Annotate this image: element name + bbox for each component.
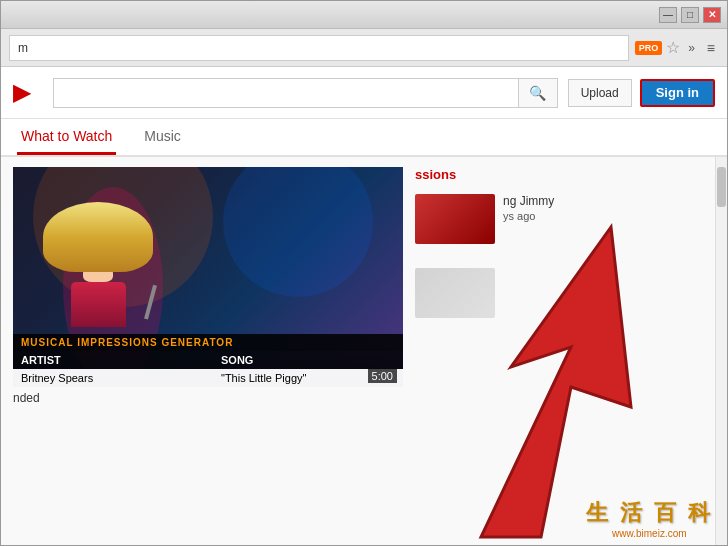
- yt-main: MUSICAL IMPRESSIONS GENERATOR ARTIST SON…: [1, 157, 727, 545]
- yt-header: ▶ 🔍 Upload Sign in: [1, 67, 727, 119]
- address-bar-area: [9, 35, 629, 61]
- title-bar-buttons: — □ ✕: [659, 7, 721, 23]
- menu-icon[interactable]: ≡: [703, 38, 719, 58]
- perf-body: [71, 282, 126, 327]
- tab-what-to-watch[interactable]: What to Watch: [17, 119, 116, 155]
- address-bar[interactable]: [9, 35, 629, 61]
- page-content: ▶ 🔍 Upload Sign in What to Watch Music: [1, 67, 727, 545]
- video-lower-third: MUSICAL IMPRESSIONS GENERATOR ARTIST SON…: [13, 334, 403, 387]
- sidebar-section-title: ssions: [415, 167, 715, 182]
- video-duration: 5:00: [368, 369, 397, 383]
- video-table-header: ARTIST SONG: [13, 351, 403, 369]
- maximize-button[interactable]: □: [681, 7, 699, 23]
- song-value: "This Little Piggy": [213, 369, 383, 387]
- scrollbar[interactable]: [715, 157, 727, 545]
- scrollbar-thumb[interactable]: [717, 167, 726, 207]
- toolbar-right: PRO ☆ » ≡: [635, 38, 719, 58]
- search-button[interactable]: 🔍: [518, 78, 558, 108]
- impressions-bar: MUSICAL IMPRESSIONS GENERATOR: [13, 334, 403, 351]
- yt-logo: ▶: [13, 80, 43, 106]
- song-col-header: SONG: [213, 351, 383, 369]
- below-video-label: nded: [13, 387, 403, 409]
- sidebar-thumb-2: [415, 268, 495, 318]
- performer: [43, 202, 153, 327]
- video-table-row: Britney Spears "This Little Piggy": [13, 369, 403, 387]
- sidebar-meta-1: ng Jimmy ys ago: [503, 194, 715, 244]
- watermark-url: www.bimeiz.com: [612, 528, 686, 539]
- sidebar-item-1: ng Jimmy ys ago: [415, 194, 715, 244]
- browser-toolbar: PRO ☆ » ≡: [1, 29, 727, 67]
- upload-button[interactable]: Upload: [568, 79, 632, 107]
- search-input[interactable]: [53, 78, 518, 108]
- star-icon[interactable]: ☆: [666, 38, 680, 57]
- sidebar-title-1: ng Jimmy: [503, 194, 715, 208]
- title-bar: — □ ✕: [1, 1, 727, 29]
- signin-button[interactable]: Sign in: [640, 79, 715, 107]
- video-player[interactable]: MUSICAL IMPRESSIONS GENERATOR ARTIST SON…: [13, 167, 403, 387]
- search-area: 🔍: [53, 78, 558, 108]
- window: — □ ✕ PRO ☆ » ≡ ▶ 🔍 Upload: [0, 0, 728, 546]
- sidebar: ssions ng Jimmy ys ago: [415, 167, 715, 535]
- tab-music[interactable]: Music: [140, 119, 185, 155]
- extensions-chevron[interactable]: »: [684, 39, 699, 57]
- minimize-button[interactable]: —: [659, 7, 677, 23]
- sidebar-blurred-section: [415, 268, 715, 320]
- sidebar-age-1: ys ago: [503, 210, 715, 222]
- artist-value: Britney Spears: [13, 369, 213, 387]
- pro-badge: PRO: [635, 41, 663, 55]
- logo-text: ▶: [13, 80, 29, 106]
- watermark-chars: 生 活 百 科: [586, 498, 713, 528]
- sidebar-thumb-1: [415, 194, 495, 244]
- performer-figure: [43, 202, 153, 327]
- close-button[interactable]: ✕: [703, 7, 721, 23]
- header-actions: Upload Sign in: [568, 79, 715, 107]
- artist-col-header: ARTIST: [13, 351, 213, 369]
- yt-tabs: What to Watch Music: [1, 119, 727, 157]
- perf-hair: [43, 202, 153, 272]
- watermark: 生 活 百 科 www.bimeiz.com: [586, 498, 713, 539]
- video-area: MUSICAL IMPRESSIONS GENERATOR ARTIST SON…: [13, 167, 403, 535]
